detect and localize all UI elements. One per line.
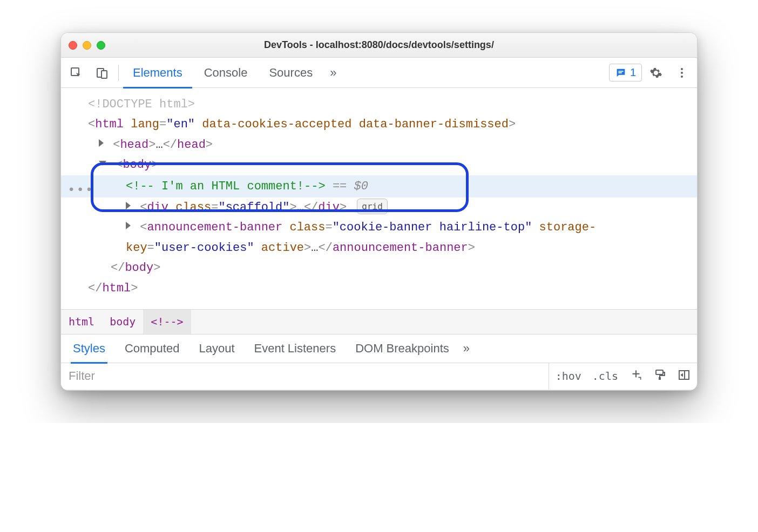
body-close-node[interactable]: </body> [61, 258, 697, 278]
expand-caret-icon[interactable] [126, 202, 131, 209]
chat-icon [615, 67, 627, 79]
tab-elements[interactable]: Elements [123, 58, 192, 88]
titlebar: DevTools - localhost:8080/docs/devtools/… [61, 33, 697, 58]
zoom-window-button[interactable] [97, 41, 105, 50]
expand-caret-icon[interactable] [126, 222, 131, 229]
subtab-layout[interactable]: Layout [189, 334, 244, 363]
devtools-window: DevTools - localhost:8080/docs/devtools/… [60, 32, 698, 391]
issues-count: 1 [630, 66, 636, 79]
grid-badge[interactable]: grid [357, 199, 388, 214]
svg-rect-4 [618, 72, 621, 73]
close-window-button[interactable] [69, 41, 77, 50]
html-open-node[interactable]: <html lang="en" data-cookies-accepted da… [61, 114, 697, 134]
svg-rect-11 [659, 377, 661, 380]
device-toggle-icon[interactable] [90, 61, 114, 85]
subtab-dom-breakpoints[interactable]: DOM Breakpoints [346, 334, 459, 363]
new-style-rule-button[interactable] [626, 366, 646, 387]
crumb-html[interactable]: html [61, 310, 102, 334]
tab-console[interactable]: Console [194, 58, 258, 88]
announcement-banner-node-cont[interactable]: key="user-cookies" active>…</announcemen… [61, 238, 697, 258]
tabs-overflow[interactable]: » [324, 58, 342, 88]
tab-sources[interactable]: Sources [259, 58, 322, 88]
subtab-styles[interactable]: Styles [63, 334, 115, 363]
main-toolbar: Elements Console Sources » 1 [61, 58, 697, 88]
styles-filter-input[interactable] [61, 363, 549, 390]
svg-rect-3 [618, 71, 623, 72]
announcement-banner-node[interactable]: <announcement-banner class="cookie-banne… [61, 217, 697, 237]
styles-toolbar: :hov .cls [61, 363, 697, 390]
inspect-element-icon[interactable] [64, 61, 88, 85]
subtab-computed[interactable]: Computed [115, 334, 190, 363]
styles-actions: :hov .cls [549, 363, 697, 390]
more-menu-icon[interactable] [670, 61, 694, 85]
subtab-event-listeners[interactable]: Event Listeners [245, 334, 346, 363]
svg-point-6 [681, 72, 683, 74]
crumb-body[interactable]: body [102, 310, 143, 334]
styles-subtabs: Styles Computed Layout Event Listeners D… [61, 334, 697, 363]
paint-icon[interactable] [651, 366, 670, 386]
window-title: DevTools - localhost:8080/docs/devtools/… [61, 39, 697, 51]
svg-point-5 [681, 68, 683, 70]
subtabs-overflow[interactable]: » [459, 334, 474, 363]
svg-rect-10 [656, 370, 663, 374]
doctype-node[interactable]: <!DOCTYPE html> [88, 98, 195, 111]
head-node[interactable]: <head>…</head> [61, 135, 697, 155]
svg-rect-2 [101, 71, 107, 78]
settings-icon[interactable] [644, 61, 668, 85]
toggle-sidebar-icon[interactable] [674, 366, 694, 386]
dom-tree-panel: <!DOCTYPE html> <html lang="en" data-coo… [61, 88, 697, 309]
div-scaffold-node[interactable]: <div class="scaffold">…</div> grid [61, 197, 697, 217]
crumb-comment[interactable]: <!--> [143, 310, 191, 334]
traffic-lights [69, 41, 105, 50]
body-open-node[interactable]: <body> [61, 155, 697, 175]
breadcrumb-bar: html body <!--> [61, 309, 697, 334]
toolbar-divider [118, 65, 119, 81]
minimize-window-button[interactable] [83, 41, 91, 50]
cls-toggle[interactable]: .cls [589, 367, 621, 385]
expand-caret-icon[interactable] [99, 139, 104, 147]
dom-tree[interactable]: <!DOCTYPE html> <html lang="en" data-coo… [61, 88, 697, 309]
svg-point-7 [681, 76, 683, 78]
hov-toggle[interactable]: :hov [552, 367, 585, 385]
selected-comment-node[interactable]: ••• <!-- I'm an HTML comment!--> == $0 [61, 175, 697, 197]
collapse-caret-icon[interactable] [99, 161, 106, 166]
issues-button[interactable]: 1 [609, 64, 642, 81]
html-close-node[interactable]: </html> [61, 278, 697, 298]
